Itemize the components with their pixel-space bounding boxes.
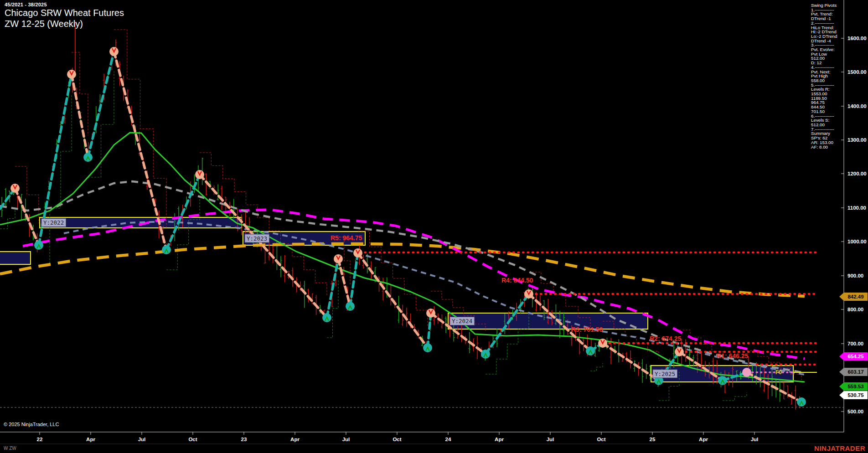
time-tick-label: Apr [290, 437, 300, 442]
price-tag-value: 654.25 [847, 354, 864, 359]
date-range-label: 45/2021 - 38/2025 [5, 2, 124, 7]
time-tick-label: Jul [547, 437, 554, 442]
instrument-title: Chicago SRW Wheat Futures [5, 7, 124, 18]
price-tick-label: 1100.00 [847, 205, 866, 211]
year-box [0, 252, 31, 264]
instrument-tab-label[interactable]: W ZW [4, 446, 16, 451]
price-tick-label: 500.00 [847, 409, 863, 414]
level-label-R4: R4: 844.50 [501, 277, 533, 284]
pivot-low-marker[interactable] [742, 368, 751, 377]
svg-text:Y:2023: Y:2023 [247, 235, 267, 242]
ninjatrader-chart-window: { "header": { "range": "45/2021 - 38/202… [0, 0, 868, 453]
price-tag-value: 842.49 [847, 294, 863, 299]
level-label-R2: R2: 674.25 [650, 335, 681, 342]
ma-magenta [23, 210, 805, 359]
chart-header: 45/2021 - 38/2025 Chicago SRW Wheat Futu… [5, 2, 124, 29]
swing-panel-line: AF: 8.00 [811, 145, 843, 149]
time-tick-label: Apr [86, 437, 95, 442]
copyright-label: © 2025 NinjaTrader, LLC [4, 422, 59, 427]
time-tick-label: 25 [650, 437, 656, 442]
price-tick-label: 1200.00 [847, 171, 867, 176]
time-tick-label: Jul [751, 437, 759, 442]
trailing-stop-staircases [0, 30, 801, 401]
price-tag-value: 559.53 [847, 384, 863, 389]
time-tick-label: Oct [188, 437, 197, 442]
time-tick-label: Jul [138, 437, 146, 442]
price-tick-label: 1300.00 [847, 137, 867, 143]
moving-averages [0, 133, 805, 382]
swing-pivots-panel: Swing Pivots1.-------------Pvt. Trend:DT… [811, 3, 843, 149]
price-tick-label: 1500.00 [847, 69, 867, 75]
level-labels: R5: 964.75R4: 844.50R3: 701.50R2: 674.25… [331, 234, 782, 376]
time-tick-label: 22 [37, 437, 43, 442]
time-tick-label: Jul [342, 437, 350, 442]
level-label-R1: R1: 646.25 [717, 352, 748, 360]
ma-gray [0, 181, 805, 373]
svg-text:Y:2022: Y:2022 [43, 219, 64, 226]
time-tick-label: 23 [241, 437, 247, 442]
svg-text:Y:2024: Y:2024 [452, 318, 472, 324]
chart-canvas[interactable]: Y:2022Y:2023Y:2024Y:2025R5: 964.75R4: 84… [0, 0, 868, 453]
price-tick-label: 1600.00 [847, 36, 867, 41]
time-tick-label: Oct [597, 437, 605, 442]
contract-title: ZW 12-25 (Weekly) [5, 18, 124, 29]
time-tick-label: Oct [393, 437, 401, 442]
time-tick-label: 24 [445, 437, 451, 442]
price-tick-label: 900.00 [847, 273, 863, 278]
price-tick-label: 1000.00 [847, 239, 867, 244]
price-tag-value: 530.75 [847, 392, 864, 398]
price-tick-label: 700.00 [847, 341, 863, 346]
price-tick-label: 800.00 [847, 307, 863, 312]
time-tick-label: Apr [699, 437, 708, 442]
svg-text:Y:2025: Y:2025 [655, 371, 675, 377]
price-tag-value: 603.17 [847, 369, 863, 375]
time-tick-label: Apr [495, 437, 504, 442]
f0-label: F0 [775, 369, 782, 376]
level-label-R3: R3: 701.50 [571, 326, 603, 333]
ninjatrader-logo: NINJATRADER [814, 444, 865, 452]
price-tick-label: 1400.00 [847, 103, 867, 109]
level-label-R5: R5: 964.75 [331, 234, 362, 242]
